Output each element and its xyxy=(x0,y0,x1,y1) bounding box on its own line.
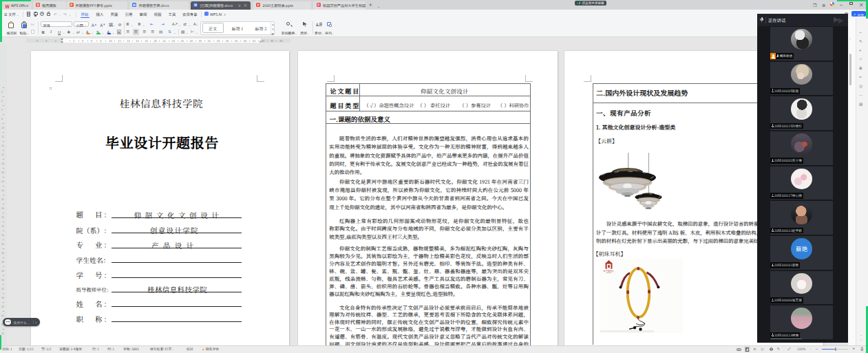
svg-text:故宫博物院: 故宫博物院 xyxy=(603,269,613,272)
